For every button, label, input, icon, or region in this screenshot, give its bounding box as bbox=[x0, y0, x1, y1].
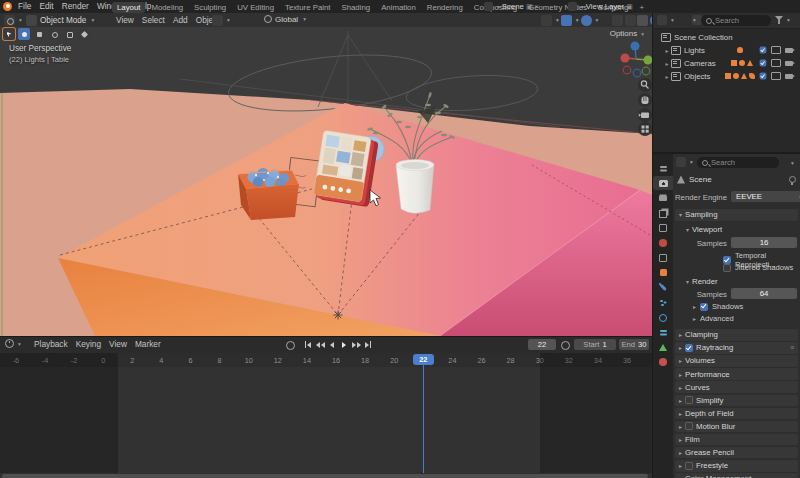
camera-view-icon[interactable] bbox=[641, 113, 649, 119]
expand-icon[interactable]: ▸ bbox=[663, 73, 671, 80]
options-button[interactable]: Options ▾ bbox=[610, 29, 644, 38]
tab-modeling[interactable]: Modeling bbox=[146, 2, 188, 13]
object-data-icon[interactable] bbox=[657, 343, 669, 352]
editor-type-button[interactable]: ▾ bbox=[4, 15, 22, 26]
start-frame-field[interactable]: Start1 bbox=[574, 339, 616, 350]
timeline-editor-type-button[interactable]: ▾ bbox=[5, 339, 21, 348]
outliner-row-cameras[interactable]: ▸ Cameras bbox=[653, 57, 800, 69]
expand-icon[interactable]: ▸ bbox=[679, 436, 682, 443]
constraints-icon[interactable] bbox=[657, 328, 669, 337]
expand-icon[interactable]: ▸ bbox=[679, 423, 682, 430]
section-volumes[interactable]: ▸Volumes bbox=[675, 355, 798, 367]
section-color-management[interactable]: ▸Color Management bbox=[675, 473, 798, 478]
tab-shading[interactable]: Shading bbox=[337, 2, 376, 13]
jump-to-start-button[interactable] bbox=[302, 339, 314, 350]
checkbox-unchecked[interactable] bbox=[685, 422, 693, 430]
collection-icon[interactable] bbox=[657, 253, 669, 262]
end-frame-field[interactable]: End30 bbox=[619, 339, 649, 350]
rotate-tool-icon[interactable] bbox=[48, 28, 60, 40]
blender-logo-icon[interactable] bbox=[3, 2, 12, 11]
render-icon[interactable] bbox=[657, 179, 669, 188]
section-raytracing[interactable]: ▸Raytracing≡ bbox=[675, 342, 798, 354]
section-film[interactable]: ▸Film bbox=[675, 434, 798, 446]
expand-icon[interactable]: ▸ bbox=[679, 344, 682, 351]
menu-edit[interactable]: Edit bbox=[35, 0, 57, 13]
section-freestyle[interactable]: ▸Freestyle bbox=[675, 460, 798, 472]
timeline-menu-playback[interactable]: Playback bbox=[30, 338, 72, 351]
section-motion-blur[interactable]: ▸Motion Blur bbox=[675, 421, 798, 433]
menu-render[interactable]: Render bbox=[58, 0, 93, 13]
timeline-menu-marker[interactable]: Marker bbox=[131, 338, 165, 351]
tab-animation[interactable]: Animation bbox=[376, 2, 421, 13]
mode-selector[interactable]: Object Mode ▾ bbox=[26, 15, 94, 26]
checkbox-checked[interactable] bbox=[700, 303, 708, 311]
playhead-line[interactable] bbox=[423, 365, 425, 473]
show-gizmo-icon[interactable] bbox=[612, 15, 623, 26]
solid-shading-icon[interactable] bbox=[637, 15, 648, 26]
scene-selector[interactable]: ▾ Scene ▣ × bbox=[484, 1, 539, 12]
cursor-tool-icon[interactable] bbox=[18, 28, 30, 40]
tab-uv-editing[interactable]: UV Editing bbox=[232, 2, 279, 13]
viewport-3d[interactable]: User Perspective (22) Lights | Table Opt… bbox=[0, 27, 652, 336]
timeline-menu-keying[interactable]: Keying bbox=[72, 338, 105, 351]
expand-icon[interactable]: ▸ bbox=[679, 357, 682, 364]
filter-icon[interactable] bbox=[775, 16, 783, 24]
expand-icon[interactable]: ▸ bbox=[679, 384, 682, 391]
section-curves[interactable]: ▸Curves bbox=[675, 381, 798, 393]
axis-x-ball[interactable] bbox=[621, 54, 630, 63]
render-engine-dropdown[interactable]: EEVEE ▾ bbox=[731, 191, 800, 202]
list-icon[interactable]: ≡ bbox=[790, 344, 794, 351]
outliner-row-lights[interactable]: ▸ Lights bbox=[653, 44, 800, 56]
expand-icon[interactable]: ▸ bbox=[663, 47, 671, 54]
proportional-editing-icon[interactable] bbox=[581, 15, 592, 26]
current-frame-field[interactable]: 22 bbox=[528, 339, 556, 350]
chevron-down-icon[interactable]: ▾ bbox=[791, 160, 794, 166]
tab-rendering[interactable]: Rendering bbox=[422, 2, 468, 13]
material-icon[interactable] bbox=[657, 358, 669, 367]
play-reverse-button[interactable] bbox=[326, 339, 338, 350]
hide-viewport-icon[interactable] bbox=[771, 72, 781, 80]
view-layer-icon[interactable] bbox=[657, 209, 669, 218]
move-tool-icon[interactable] bbox=[33, 28, 45, 40]
expand-icon[interactable]: ▸ bbox=[679, 331, 682, 338]
viewport-menu-view[interactable]: View bbox=[112, 13, 138, 27]
checkbox-unchecked[interactable] bbox=[685, 396, 693, 404]
add-workspace-button[interactable]: + bbox=[634, 2, 649, 13]
outliner-display-mode-icon[interactable] bbox=[657, 15, 667, 25]
selectable-checkbox[interactable] bbox=[760, 47, 767, 54]
shadows-row[interactable]: ▸ Shadows bbox=[693, 302, 743, 311]
close-icon[interactable]: × bbox=[535, 2, 539, 11]
playback-sync-icon[interactable] bbox=[286, 341, 295, 350]
properties-search-input[interactable]: Search bbox=[697, 157, 779, 168]
section-performance[interactable]: ▸Performance bbox=[675, 368, 798, 380]
pot[interactable] bbox=[396, 164, 434, 213]
new-view-layer-icon[interactable]: ▣ bbox=[626, 3, 633, 11]
checkbox-checked[interactable] bbox=[685, 344, 693, 352]
tab-texture-paint[interactable]: Texture Paint bbox=[280, 2, 336, 13]
previous-keyframe-button[interactable] bbox=[314, 339, 326, 350]
scene-name[interactable]: Scene bbox=[502, 2, 524, 11]
properties-editor-type-button[interactable]: ▾ bbox=[676, 157, 693, 167]
expand-icon[interactable]: ▸ bbox=[679, 371, 682, 378]
scale-tool-icon[interactable] bbox=[63, 28, 75, 40]
viewport-menu-select[interactable]: Select bbox=[138, 13, 169, 27]
keying-clock-icon[interactable] bbox=[561, 341, 570, 350]
timeline-scrollbar[interactable] bbox=[2, 474, 648, 478]
selectable-checkbox[interactable] bbox=[760, 73, 767, 80]
scene-icon[interactable] bbox=[657, 224, 669, 233]
jump-to-end-button[interactable] bbox=[362, 339, 374, 350]
particles-icon[interactable] bbox=[657, 298, 669, 307]
output-icon[interactable] bbox=[657, 194, 669, 203]
hide-viewport-icon[interactable] bbox=[771, 46, 781, 54]
section-grease-pencil[interactable]: ▸Grease Pencil bbox=[675, 447, 798, 459]
select-box-tool-icon[interactable] bbox=[3, 28, 15, 40]
disable-render-icon[interactable] bbox=[785, 61, 793, 66]
point-light-gizmo[interactable] bbox=[334, 311, 343, 320]
modifiers-icon[interactable] bbox=[657, 283, 669, 292]
object-icon[interactable] bbox=[657, 268, 669, 277]
disable-render-icon[interactable] bbox=[785, 48, 793, 53]
section-depth-of-field[interactable]: ▸Depth of Field bbox=[675, 408, 798, 420]
physics-icon[interactable] bbox=[657, 313, 669, 322]
current-frame-marker[interactable]: 22 bbox=[413, 354, 434, 365]
subsection-viewport[interactable]: ▾Viewport bbox=[686, 225, 722, 234]
